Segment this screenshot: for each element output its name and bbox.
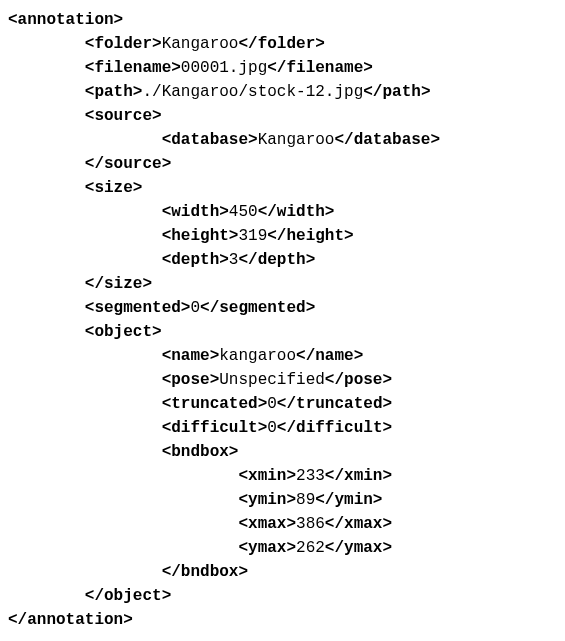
tag-difficult-close: </difficult> bbox=[277, 419, 392, 437]
tag-path-open: <path> bbox=[85, 83, 143, 101]
tag-height-close: </height> bbox=[267, 227, 353, 245]
tag-filename-close: </filename> bbox=[267, 59, 373, 77]
value-depth: 3 bbox=[229, 251, 239, 269]
tag-filename-open: <filename> bbox=[85, 59, 181, 77]
xml-annotation-block: <annotation> <folder>Kangaroo</folder> <… bbox=[0, 0, 565, 640]
tag-annotation-open: <annotation> bbox=[8, 11, 123, 29]
value-name: kangaroo bbox=[219, 347, 296, 365]
value-filename: 00001.jpg bbox=[181, 59, 267, 77]
tag-path-close: </path> bbox=[363, 83, 430, 101]
tag-ymin-open: <ymin> bbox=[238, 491, 296, 509]
tag-xmax-close: </xmax> bbox=[325, 515, 392, 533]
tag-xmax-open: <xmax> bbox=[238, 515, 296, 533]
tag-segmented-close: </segmented> bbox=[200, 299, 315, 317]
tag-bndbox-close: </bndbox> bbox=[162, 563, 248, 581]
tag-xmin-open: <xmin> bbox=[238, 467, 296, 485]
tag-ymin-close: </ymin> bbox=[315, 491, 382, 509]
tag-truncated-close: </truncated> bbox=[277, 395, 392, 413]
tag-segmented-open: <segmented> bbox=[85, 299, 191, 317]
tag-annotation-close: </annotation> bbox=[8, 611, 133, 629]
tag-size-close: </size> bbox=[85, 275, 152, 293]
value-ymin: 89 bbox=[296, 491, 315, 509]
value-height: 319 bbox=[238, 227, 267, 245]
tag-pose-open: <pose> bbox=[162, 371, 220, 389]
tag-name-open: <name> bbox=[162, 347, 220, 365]
tag-truncated-open: <truncated> bbox=[162, 395, 268, 413]
tag-width-open: <width> bbox=[162, 203, 229, 221]
value-database: Kangaroo bbox=[258, 131, 335, 149]
value-difficult: 0 bbox=[267, 419, 277, 437]
tag-ymax-close: </ymax> bbox=[325, 539, 392, 557]
tag-database-open: <database> bbox=[162, 131, 258, 149]
tag-difficult-open: <difficult> bbox=[162, 419, 268, 437]
tag-name-close: </name> bbox=[296, 347, 363, 365]
tag-folder-open: <folder> bbox=[85, 35, 162, 53]
value-ymax: 262 bbox=[296, 539, 325, 557]
value-xmin: 233 bbox=[296, 467, 325, 485]
value-width: 450 bbox=[229, 203, 258, 221]
value-segmented: 0 bbox=[190, 299, 200, 317]
tag-xmin-close: </xmin> bbox=[325, 467, 392, 485]
tag-size-open: <size> bbox=[85, 179, 143, 197]
tag-source-close: </source> bbox=[85, 155, 171, 173]
tag-object-open: <object> bbox=[85, 323, 162, 341]
tag-folder-close: </folder> bbox=[238, 35, 324, 53]
value-truncated: 0 bbox=[267, 395, 277, 413]
value-path: ./Kangaroo/stock-12.jpg bbox=[142, 83, 363, 101]
tag-ymax-open: <ymax> bbox=[238, 539, 296, 557]
tag-pose-close: </pose> bbox=[325, 371, 392, 389]
tag-width-close: </width> bbox=[258, 203, 335, 221]
value-pose: Unspecified bbox=[219, 371, 325, 389]
value-folder: Kangaroo bbox=[162, 35, 239, 53]
tag-database-close: </database> bbox=[334, 131, 440, 149]
tag-depth-close: </depth> bbox=[238, 251, 315, 269]
tag-object-close: </object> bbox=[85, 587, 171, 605]
tag-bndbox-open: <bndbox> bbox=[162, 443, 239, 461]
tag-depth-open: <depth> bbox=[162, 251, 229, 269]
value-xmax: 386 bbox=[296, 515, 325, 533]
tag-height-open: <height> bbox=[162, 227, 239, 245]
tag-source-open: <source> bbox=[85, 107, 162, 125]
